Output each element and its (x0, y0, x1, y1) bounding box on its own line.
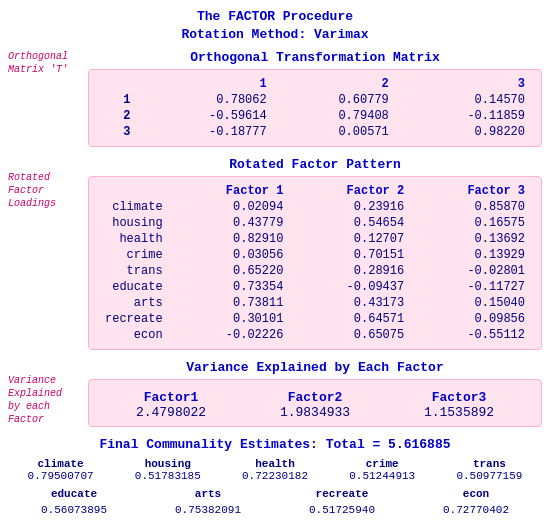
rotated-cell-trans-3: -0.02801 (410, 263, 531, 279)
rotated-cell-arts-2: 0.43173 (289, 295, 410, 311)
orthogonal-annotation: Orthogonal Matrix 'T' (8, 50, 80, 76)
rotated-cell-educate-2: -0.09437 (289, 279, 410, 295)
orthogonal-cell-2-1: -0.59614 (137, 108, 273, 124)
rotated-row-label-housing: housing (99, 215, 169, 231)
rotated-cell-climate-2: 0.23916 (289, 199, 410, 215)
rotated-cell-housing-1: 0.43779 (169, 215, 290, 231)
orthogonal-cell-3-2: 0.00571 (273, 124, 395, 140)
rotated-cell-econ-3: -0.55112 (410, 327, 531, 343)
comm-label-arts: arts (142, 488, 274, 500)
comm-value-econ: 0.72770402 (410, 504, 542, 516)
orthogonal-cell-3-3: 0.98220 (395, 124, 531, 140)
variance-annotation: Variance Explained by each Factor (8, 374, 80, 426)
comm-value-climate: 0.79500707 (8, 470, 113, 482)
orthogonal-cell-1-1: 0.78062 (137, 92, 273, 108)
rotated-cell-recreate-2: 0.64571 (289, 311, 410, 327)
comm-label-health: health (222, 458, 327, 470)
comm-value-arts: 0.75382091 (142, 504, 274, 516)
rotated-row-label-arts: arts (99, 295, 169, 311)
rotated-cell-trans-1: 0.65220 (169, 263, 290, 279)
variance-f3-label: Factor3 (387, 390, 531, 405)
rotated-section: Rotated Factor Loadings Rotated Factor P… (8, 157, 542, 350)
rotated-box: Factor 1 Factor 2 Factor 3 climate0.0209… (88, 176, 542, 350)
orthogonal-cell-3-1: -0.18777 (137, 124, 273, 140)
orthogonal-row-label-3: 3 (99, 124, 137, 140)
orthogonal-col-2: 2 (273, 76, 395, 92)
variance-col-f1: Factor1 2.4798022 (99, 390, 243, 420)
rotated-row-trans: trans0.652200.28916-0.02801 (99, 263, 531, 279)
orthogonal-col-empty (99, 76, 137, 92)
rotated-annotation: Rotated Factor Loadings (8, 171, 80, 210)
rotated-header-row: Factor 1 Factor 2 Factor 3 (99, 183, 531, 199)
orthogonal-table: 1 2 3 10.780620.607790.145702-0.596140.7… (99, 76, 531, 140)
orthogonal-section: Orthogonal Matrix 'T' Orthogonal Transfo… (8, 50, 542, 147)
rotated-cell-educate-1: 0.73354 (169, 279, 290, 295)
rotated-table: Factor 1 Factor 2 Factor 3 climate0.0209… (99, 183, 531, 343)
variance-content: Variance Explained by Each Factor Factor… (88, 360, 542, 427)
variance-box: Factor1 2.4798022 Factor2 1.9834933 Fact… (88, 379, 542, 427)
rotated-row-label-climate: climate (99, 199, 169, 215)
variance-f1-val: 2.4798022 (99, 405, 243, 420)
orthogonal-row-1: 10.780620.607790.14570 (99, 92, 531, 108)
rotated-cell-health-2: 0.12707 (289, 231, 410, 247)
comm-value-housing: 0.51783185 (115, 470, 220, 482)
orthogonal-content: Orthogonal Transformation Matrix 1 2 3 1… (88, 50, 542, 147)
communality-row1-values: 0.795007070.517831850.722301820.51244913… (8, 470, 542, 482)
rotated-cell-arts-1: 0.73811 (169, 295, 290, 311)
rotated-col-f2: Factor 2 (289, 183, 410, 199)
comm-label-recreate: recreate (276, 488, 408, 500)
rotated-cell-crime-1: 0.03056 (169, 247, 290, 263)
orthogonal-header-row: 1 2 3 (99, 76, 531, 92)
rotated-col-empty (99, 183, 169, 199)
variance-title: Variance Explained by Each Factor (88, 360, 542, 375)
orthogonal-row-label-1: 1 (99, 92, 137, 108)
page-title: The FACTOR Procedure Rotation Method: Va… (8, 8, 542, 44)
communality-section: Final Communality Estimates: Total = 5.6… (8, 437, 542, 516)
orthogonal-cell-2-2: 0.79408 (273, 108, 395, 124)
communality-row2-values: 0.560738950.753820910.517259400.72770402 (8, 504, 542, 516)
variance-col-f2: Factor2 1.9834933 (243, 390, 387, 420)
rotated-row-label-educate: educate (99, 279, 169, 295)
orthogonal-row-label-2: 2 (99, 108, 137, 124)
orthogonal-box: 1 2 3 10.780620.607790.145702-0.596140.7… (88, 69, 542, 147)
comm-label-econ: econ (410, 488, 542, 500)
comm-label-climate: climate (8, 458, 113, 470)
comm-value-health: 0.72230182 (222, 470, 327, 482)
communality-row1-labels: climatehousinghealthcrimetrans (8, 458, 542, 470)
rotated-row-health: health0.829100.127070.13692 (99, 231, 531, 247)
rotated-row-label-econ: econ (99, 327, 169, 343)
rotated-cell-health-3: 0.13692 (410, 231, 531, 247)
rotated-row-recreate: recreate0.301010.645710.09856 (99, 311, 531, 327)
rotated-row-label-recreate: recreate (99, 311, 169, 327)
rotated-row-housing: housing0.437790.546540.16575 (99, 215, 531, 231)
rotated-row-climate: climate0.020940.239160.85870 (99, 199, 531, 215)
rotated-col-f1: Factor 1 (169, 183, 290, 199)
communality-title: Final Communality Estimates: Total = 5.6… (8, 437, 542, 452)
rotated-title: Rotated Factor Pattern (88, 157, 542, 172)
orthogonal-col-3: 3 (395, 76, 531, 92)
variance-section: Variance Explained by each Factor Varian… (8, 360, 542, 427)
rotated-content: Rotated Factor Pattern Factor 1 Factor 2… (88, 157, 542, 350)
orthogonal-title: Orthogonal Transformation Matrix (88, 50, 542, 65)
orthogonal-cell-1-2: 0.60779 (273, 92, 395, 108)
variance-col-f3: Factor3 1.1535892 (387, 390, 531, 420)
variance-f2-val: 1.9834933 (243, 405, 387, 420)
comm-label-educate: educate (8, 488, 140, 500)
variance-values-row: Factor1 2.4798022 Factor2 1.9834933 Fact… (99, 390, 531, 420)
rotated-cell-econ-2: 0.65075 (289, 327, 410, 343)
variance-f1-label: Factor1 (99, 390, 243, 405)
rotated-cell-housing-2: 0.54654 (289, 215, 410, 231)
rotated-cell-trans-2: 0.28916 (289, 263, 410, 279)
rotated-cell-housing-3: 0.16575 (410, 215, 531, 231)
comm-label-housing: housing (115, 458, 220, 470)
rotated-col-f3: Factor 3 (410, 183, 531, 199)
rotated-cell-econ-1: -0.02226 (169, 327, 290, 343)
rotated-cell-climate-3: 0.85870 (410, 199, 531, 215)
rotated-cell-climate-1: 0.02094 (169, 199, 290, 215)
rotated-cell-crime-3: 0.13929 (410, 247, 531, 263)
comm-label-crime: crime (330, 458, 435, 470)
orthogonal-cell-1-3: 0.14570 (395, 92, 531, 108)
rotated-row-econ: econ-0.022260.65075-0.55112 (99, 327, 531, 343)
rotated-row-arts: arts0.738110.431730.15040 (99, 295, 531, 311)
comm-value-trans: 0.50977159 (437, 470, 542, 482)
